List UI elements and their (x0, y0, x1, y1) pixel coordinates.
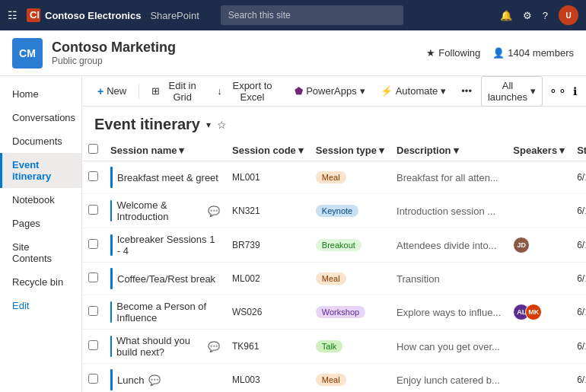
table-row[interactable]: Welcome & Introduction 💬 KN321KeynoteInt… (82, 194, 586, 228)
sidebar-item-edit[interactable]: Edit (0, 294, 81, 317)
speakers-cell: ALMK (507, 295, 571, 330)
waffle-icon[interactable]: ☷ (8, 9, 18, 21)
content-area: + New ⊞ Edit in Grid ↓ Export to Excel ⬟… (82, 76, 586, 392)
toolbar-right: All launches ▾ ⚬⚬ ℹ (481, 76, 577, 107)
table-row[interactable]: Become a Person of Influence WS026Worksh… (82, 295, 586, 330)
help-icon[interactable]: ? (543, 10, 548, 21)
description-cell: Attendees divide into... (390, 228, 507, 263)
session-name-text: Coffee/Tea/Rest break (117, 273, 215, 285)
site-logo: CM (12, 38, 43, 69)
page-title: Event itinerary (94, 116, 200, 133)
description-text: Attendees divide into... (397, 240, 497, 251)
row-checkbox-cell[interactable] (82, 161, 104, 194)
chat-icon[interactable]: 💬 (208, 206, 220, 217)
description-cell: How can you get over... (390, 330, 507, 364)
session-type-cell: Meal (310, 364, 390, 393)
power-apps-button[interactable]: ⬟ PowerApps ▾ (288, 82, 371, 100)
start-time-cell: 6/1/2020 11:30AM (571, 330, 586, 364)
title-star-icon[interactable]: ☆ (217, 119, 227, 131)
brand: CE Contoso Electronics (27, 8, 141, 22)
export-icon: ↓ (217, 85, 222, 97)
ellipsis-icon: ••• (461, 85, 472, 97)
speaker-avatar: MK (525, 304, 542, 320)
all-launches-chevron-icon: ▾ (530, 85, 536, 97)
svg-text:CE: CE (30, 10, 39, 21)
session-type-badge: Keynote (316, 205, 358, 217)
chat-icon[interactable]: 💬 (148, 374, 161, 386)
row-checkbox-cell[interactable] (82, 295, 104, 330)
col-header-session-code[interactable]: Session code▾ (226, 139, 310, 161)
info-icon[interactable]: ℹ (573, 85, 577, 97)
sidebar-item-notebook[interactable]: Notebook (0, 188, 81, 212)
table-row[interactable]: What should you build next? 💬 TK961TalkH… (82, 330, 586, 364)
chat-icon[interactable]: 💬 (208, 341, 220, 352)
speaker-avatar: JD (513, 237, 530, 253)
speaker-avatar-group: ALMK (513, 304, 565, 320)
automate-label: Automate (396, 85, 438, 97)
description-text: Transition (397, 273, 440, 285)
sidebar-item-site-contents[interactable]: Site Contents (0, 235, 81, 270)
top-nav: ☷ CE Contoso Electronics SharePoint 🔔 ⚙ … (0, 0, 586, 30)
table-row[interactable]: Icebreaker Sessions 1 - 4 BR739BreakoutA… (82, 228, 586, 263)
session-name-cell: Lunch 💬 (104, 364, 226, 393)
row-checkbox-cell[interactable] (82, 263, 104, 295)
row-checkbox-cell[interactable] (82, 194, 104, 228)
session-code-cell: WS026 (226, 295, 310, 330)
speakers-cell (507, 194, 571, 228)
sidebar-item-documents[interactable]: Documents (0, 129, 81, 153)
grid-icon: ⊞ (151, 85, 160, 97)
start-time-cell: 6/1/2020 12:30PM (571, 364, 586, 393)
sidebar-item-home[interactable]: Home (0, 82, 81, 106)
table-row[interactable]: Coffee/Tea/Rest break ML002MealTransitio… (82, 263, 586, 295)
export-button[interactable]: ↓ Export to Excel (211, 77, 285, 106)
row-indicator (110, 167, 113, 188)
sidebar-item-conversations[interactable]: Conversations (0, 106, 81, 129)
filter-icon[interactable]: ⚬⚬ (549, 85, 567, 97)
search-input[interactable] (221, 5, 403, 25)
select-all-header[interactable] (82, 139, 104, 161)
table-row[interactable]: Breakfast meet & greet ML001MealBreakfas… (82, 161, 586, 194)
table-row[interactable]: Lunch 💬 ML003MealEnjoy lunch catered b..… (82, 364, 586, 393)
sidebar-item-recycle-bin[interactable]: Recycle bin (0, 270, 81, 294)
row-checkbox-cell[interactable] (82, 330, 104, 364)
automate-button[interactable]: ⚡ Automate ▾ (374, 82, 453, 100)
settings-icon[interactable]: ⚙ (523, 10, 532, 21)
automate-icon: ⚡ (381, 85, 393, 97)
sidebar: Home Conversations Documents Event itine… (0, 76, 82, 392)
sidebar-item-event-itinerary[interactable]: Event itinerary (0, 153, 81, 188)
col-header-session-type[interactable]: Session type▾ (310, 139, 390, 161)
following-button[interactable]: ★ Following (426, 47, 480, 59)
all-launches-button[interactable]: All launches ▾ (481, 76, 543, 107)
session-name-cell: Breakfast meet & greet (104, 161, 226, 194)
row-checkbox-cell[interactable] (82, 228, 104, 263)
speaker-avatar-group: JD (513, 237, 565, 253)
new-button[interactable]: + New (91, 82, 132, 100)
more-button[interactable]: ••• (455, 82, 478, 100)
edit-grid-label: Edit in Grid (163, 80, 202, 103)
session-type-cell: Meal (310, 161, 390, 194)
row-checkbox-cell[interactable] (82, 364, 104, 393)
session-name-text: Welcome & Introduction (116, 199, 203, 222)
bell-icon[interactable]: 🔔 (500, 10, 512, 21)
edit-grid-button[interactable]: ⊞ Edit in Grid (145, 77, 208, 106)
row-indicator (110, 336, 112, 357)
col-header-session-name[interactable]: Session name▾ (104, 139, 226, 161)
main-layout: Home Conversations Documents Event itine… (0, 76, 586, 392)
col-header-speakers[interactable]: Speakers▾ (507, 139, 571, 161)
description-cell: Enjoy lunch catered b... (390, 364, 507, 393)
toolbar: + New ⊞ Edit in Grid ↓ Export to Excel ⬟… (82, 76, 586, 107)
col-header-start-time[interactable]: Start time▾ (571, 139, 586, 161)
session-type-cell: Breakout (310, 228, 390, 263)
description-cell: Breakfast for all atten... (390, 161, 507, 194)
brand-logo: CE (27, 8, 40, 22)
user-avatar[interactable]: U (559, 5, 578, 25)
table-container: Session name▾ Session code▾ Session type… (82, 139, 586, 392)
site-header-right: ★ Following 👤 1404 members (426, 47, 574, 59)
sidebar-item-pages[interactable]: Pages (0, 212, 81, 235)
session-name-text: Lunch (117, 374, 144, 386)
col-header-description[interactable]: Description▾ (390, 139, 507, 161)
plus-icon: + (97, 85, 104, 97)
session-code-cell: TK961 (226, 330, 310, 364)
title-dropdown-icon[interactable]: ▾ (206, 120, 211, 130)
description-text: Breakfast for all atten... (397, 172, 498, 183)
